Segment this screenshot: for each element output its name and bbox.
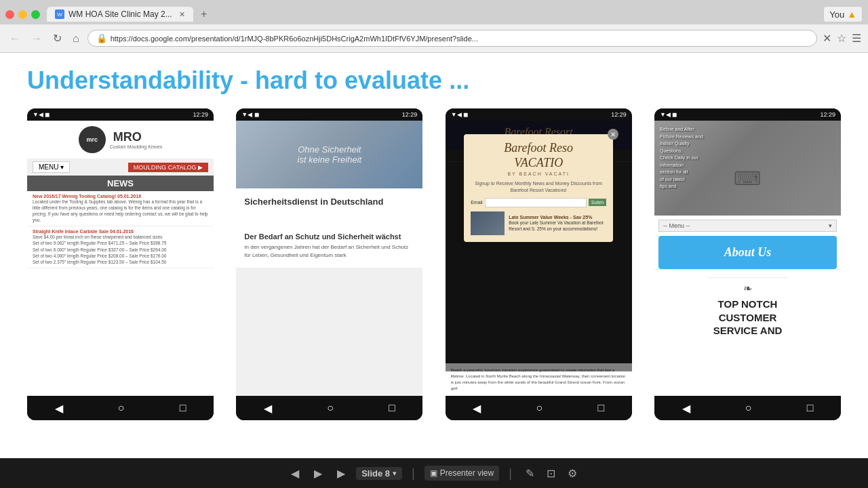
phone2-home-icon[interactable]: ○ bbox=[327, 402, 334, 414]
fullscreen-btn[interactable]: ⊡ bbox=[542, 464, 559, 483]
tab-bar: W WM HOA Site Clinic May 2... ✕ + You ▲ bbox=[0, 0, 868, 24]
news-body-2: Save $4.00 per lineal inch on these shar… bbox=[33, 234, 208, 264]
phone2-heading: Sicherheitsdienst in Deutschland bbox=[244, 197, 414, 207]
modal-overlay: ✕ Barefoot Reso VACATIO BY BEACH VACATI … bbox=[446, 121, 632, 371]
phone2-back-icon[interactable]: ◀ bbox=[264, 402, 272, 415]
phone2-screen: Ohne Sicherheit ist keine Freiheit Siche… bbox=[236, 121, 422, 396]
phone3-navbar: ◀ ○ □ bbox=[446, 396, 632, 420]
phone-mockup-2: ▼◀ ◼ 12:29 Ohne Sicherheit ist keine Fre… bbox=[236, 108, 422, 420]
presentation-toolbar: ◀ ▶ ▶ Slide 8 ▾ | ▣ Presenter view | ✎ ⊡… bbox=[0, 458, 868, 488]
phone1-home-icon[interactable]: ○ bbox=[118, 402, 125, 414]
phone1-apps-icon[interactable]: □ bbox=[180, 402, 186, 414]
phone1-back-icon[interactable]: ◀ bbox=[55, 402, 63, 415]
reload-btn[interactable]: ↻ bbox=[50, 30, 64, 46]
top-notch-text: TOP NOTCH CUSTOMER SERVICE AND bbox=[658, 298, 837, 338]
phone4-overlay-text: Before and After Picture Reviews and Ind… bbox=[660, 126, 703, 190]
modal-email-row: Email Subm bbox=[471, 198, 606, 207]
phone3-home-icon[interactable]: ○ bbox=[536, 402, 542, 414]
tab-title: WM HOA Site Clinic May 2... bbox=[68, 9, 172, 19]
url-bar[interactable]: 🔒 https://docs.google.com/presentation/d… bbox=[87, 30, 817, 47]
close-icon[interactable]: ✕ bbox=[823, 32, 831, 45]
phone3-statusbar: ▼◀ ◼ 12:29 bbox=[446, 108, 632, 121]
phone2-navbar: ◀ ○ □ bbox=[236, 396, 422, 420]
play-btn[interactable]: ▶ bbox=[310, 464, 326, 483]
modal-promo: Late Summer Value Weeks - Sav 25% Book y… bbox=[471, 211, 606, 235]
phone2-section-title: Der Bedarf an Schutz und Sicherheit wäch… bbox=[244, 232, 414, 241]
presenter-view-btn[interactable]: ▣ Presenter view bbox=[425, 466, 499, 481]
phone-mockup-1: ▼◀ ◼ 12:29 mrc MRO Custom Moulding Knive… bbox=[27, 108, 214, 420]
phone4-navbar: ◀ ○ □ bbox=[654, 396, 841, 420]
close-window-btn[interactable] bbox=[5, 10, 14, 19]
user-alert-icon: ▲ bbox=[847, 9, 856, 20]
phone4-statusbar: ▼◀ ◼ 12:29 bbox=[654, 108, 841, 121]
submit-btn[interactable]: Subm bbox=[589, 199, 606, 206]
phone-mockup-4: ▼◀ ◼ 12:29 ⌨ Before and After Picture Re… bbox=[654, 108, 841, 420]
slide-dropdown-btn[interactable]: ▾ bbox=[393, 469, 397, 478]
presentation-area: Understandability - hard to evaluate ...… bbox=[0, 53, 868, 458]
minimize-window-btn[interactable] bbox=[18, 10, 27, 19]
presenter-view-label: Presenter view bbox=[440, 468, 494, 478]
menu-btn[interactable]: MENU ▾ bbox=[33, 161, 70, 173]
forward-btn[interactable]: → bbox=[28, 31, 45, 46]
promo-text: Book your Late Summer Va Vacation at Bar… bbox=[509, 220, 606, 232]
modal-close-btn[interactable]: ✕ bbox=[608, 129, 618, 140]
phone2-apps-icon[interactable]: □ bbox=[389, 402, 395, 414]
phone2-content: Sicherheitsdienst in Deutschland Der Bed… bbox=[236, 188, 422, 268]
settings-btn[interactable]: ⚙ bbox=[564, 464, 581, 483]
slide-title: Understandability - hard to evaluate ... bbox=[27, 66, 841, 95]
news-header: NEWS bbox=[27, 176, 214, 191]
email-input[interactable] bbox=[485, 198, 587, 207]
news-body-1: Located under the Tooling & Supplies tab… bbox=[33, 199, 208, 223]
top-notch-icon: ❧ bbox=[658, 282, 837, 295]
maximize-window-btn[interactable] bbox=[31, 10, 40, 19]
phone3-apps-icon[interactable]: □ bbox=[597, 402, 604, 414]
mro-brand-text: MRO bbox=[113, 130, 162, 144]
phone4-menu-select[interactable]: -- Menu -- ▾ bbox=[658, 220, 837, 232]
modal-tagline: BY BEACH VACATI bbox=[471, 171, 606, 176]
phones-row: ▼◀ ◼ 12:29 mrc MRO Custom Moulding Knive… bbox=[27, 108, 841, 420]
phone4-back-icon[interactable]: ◀ bbox=[682, 402, 690, 415]
pen-tool-btn[interactable]: ✎ bbox=[521, 464, 538, 483]
tab-favicon: W bbox=[55, 9, 64, 19]
modal-box: ✕ Barefoot Reso VACATIO BY BEACH VACATI … bbox=[464, 134, 613, 242]
browser-chrome: W WM HOA Site Clinic May 2... ✕ + You ▲ … bbox=[0, 0, 868, 53]
phone1-menu-bar: MENU ▾ MOULDING CATALOG ▶ bbox=[27, 159, 214, 176]
star-icon[interactable]: ☆ bbox=[837, 32, 846, 45]
toolbar-icons: ✕ ☆ ☰ bbox=[823, 32, 861, 45]
prev-slide-btn[interactable]: ◀ bbox=[287, 464, 303, 483]
phone2-hero: Ohne Sicherheit ist keine Freiheit bbox=[236, 121, 422, 188]
back-btn[interactable]: ← bbox=[7, 31, 23, 46]
news-title-1: New 2016/17 Weinig Tooling Catalog! 05.0… bbox=[33, 194, 208, 199]
tab-close-btn[interactable]: ✕ bbox=[179, 10, 185, 19]
slide-indicator: Slide 8 bbox=[361, 468, 390, 479]
top-notch-divider: ———————————————————— bbox=[658, 275, 837, 279]
new-tab-btn[interactable]: + bbox=[196, 6, 212, 22]
window-controls bbox=[5, 10, 40, 19]
mro-subtitle: Custom Moulding Knives bbox=[110, 144, 162, 149]
user-label: You bbox=[829, 9, 844, 20]
phone3-screen: Barefoot Resort VACATIONS Arrival Depart… bbox=[446, 121, 632, 396]
phone1-screen: mrc MRO Custom Moulding Knives MENU ▾ MO… bbox=[27, 121, 214, 396]
phone4-hero-image: ⌨ Before and After Picture Reviews and I… bbox=[654, 121, 841, 216]
phone4-home-icon[interactable]: ○ bbox=[745, 402, 752, 414]
phone4-apps-icon[interactable]: □ bbox=[807, 402, 814, 414]
slide-nav-group: Slide 8 ▾ bbox=[356, 467, 402, 480]
promo-title: Late Summer Value Weeks - Sav 25% bbox=[509, 215, 606, 220]
home-btn[interactable]: ⌂ bbox=[70, 31, 82, 46]
phone3-back-icon[interactable]: ◀ bbox=[473, 402, 481, 415]
news-item-1: New 2016/17 Weinig Tooling Catalog! 05.0… bbox=[27, 191, 214, 226]
about-us-btn[interactable]: About Us bbox=[658, 236, 837, 269]
next-slide-btn[interactable]: ▶ bbox=[333, 464, 349, 483]
active-tab[interactable]: W WM HOA Site Clinic May 2... ✕ bbox=[47, 7, 193, 22]
url-text: https://docs.google.com/presentation/d/1… bbox=[111, 35, 478, 43]
phone-mockup-3: ▼◀ ◼ 12:29 Barefoot Resort VACATIONS Arr… bbox=[446, 108, 632, 420]
phone2-hero-text: Ohne Sicherheit ist keine Freiheit bbox=[292, 139, 368, 170]
phone4-screen: ⌨ Before and After Picture Reviews and I… bbox=[654, 121, 841, 396]
user-badge: You ▲ bbox=[823, 6, 863, 22]
menu-icon[interactable]: ☰ bbox=[852, 32, 861, 45]
modal-title: Barefoot Reso VACATIO bbox=[471, 141, 606, 170]
catalog-btn[interactable]: MOULDING CATALOG ▶ bbox=[128, 163, 208, 172]
modal-body: Signup to Receive Monthly News and Money… bbox=[471, 180, 606, 194]
ssl-icon: 🔒 bbox=[96, 33, 107, 43]
mro-logo-circle: mrc bbox=[79, 126, 106, 153]
